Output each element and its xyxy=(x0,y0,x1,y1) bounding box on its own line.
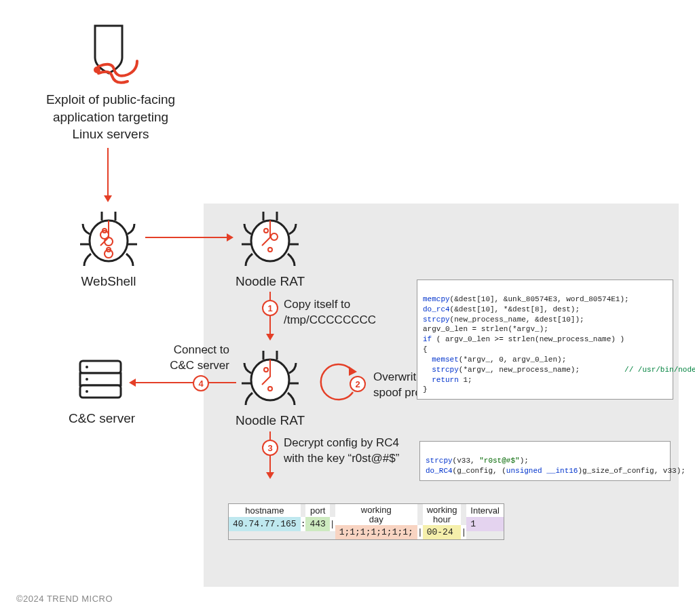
t: "r0st@#$" xyxy=(479,457,519,465)
noodle-rat-label-2: Noodle RAT xyxy=(229,412,311,429)
t: (g_config, ( xyxy=(453,467,506,475)
svg-point-0 xyxy=(95,68,99,72)
arrow-webshell-to-noodle xyxy=(145,237,227,238)
t: unsigned __int16 xyxy=(506,467,578,475)
webshell-label: WebShell xyxy=(75,273,143,290)
t: } xyxy=(423,385,428,393)
cc-server-label: C&C server xyxy=(61,410,143,427)
t: return xyxy=(423,376,459,384)
copyright: ©2024 TREND MICRO xyxy=(16,594,113,604)
arrowhead xyxy=(266,334,274,341)
step4-label: Connect to C&C server xyxy=(148,343,229,374)
noodle-rat-label-1: Noodle RAT xyxy=(229,273,311,290)
cc-server-icon xyxy=(73,353,128,407)
t: (*argv_, new_process_name); xyxy=(459,366,580,374)
step4-badge: 4 xyxy=(193,375,209,391)
step3-label: Decrypt config by RC4 with the key “r0st… xyxy=(284,436,433,467)
noodle-rat-icon-1 xyxy=(236,204,304,271)
webshell-icon xyxy=(75,204,143,271)
arrowhead xyxy=(266,472,274,479)
arrowhead xyxy=(104,195,112,202)
exploit-icon xyxy=(75,20,143,88)
svg-point-28 xyxy=(86,390,88,393)
exploit-label: Exploit of public-facing application tar… xyxy=(39,91,182,143)
t: argv_0_len = strlen(*argv_); xyxy=(423,325,548,333)
t: strcpy xyxy=(426,457,453,465)
t: (&dest[10], &unk_80574E3, word_80574E1); xyxy=(450,295,629,303)
t: )g_size_of_config, v33); xyxy=(578,467,685,475)
cfg-v-port: 443 xyxy=(305,517,329,531)
cfg-v-hour: 00-24 xyxy=(423,525,462,539)
t: strcpy xyxy=(423,315,450,324)
sep: | xyxy=(461,525,466,539)
t: ( argv_0_len >= strlen(new_process_name)… xyxy=(432,335,624,343)
sep: : xyxy=(301,517,306,531)
code-argv-spoof: memcpy(&dest[10], &unk_80574E3, word_805… xyxy=(417,280,673,400)
svg-point-27 xyxy=(86,378,88,381)
cfg-v-interval: 1 xyxy=(466,517,504,531)
step1-badge: 1 xyxy=(262,300,278,316)
arrowhead xyxy=(129,379,136,387)
cfg-h-port: port xyxy=(305,504,329,517)
step3-badge: 3 xyxy=(262,440,278,456)
cfg-h-day: working day xyxy=(335,504,417,525)
arrow-step4 xyxy=(136,382,236,383)
sep: | xyxy=(417,525,423,539)
cfg-v-hostname: 40.74.77.165 xyxy=(229,517,301,531)
t: (v33, xyxy=(453,457,480,465)
svg-point-26 xyxy=(86,366,88,368)
t: if xyxy=(423,335,432,343)
noodle-rat-icon-2 xyxy=(236,343,304,410)
cfg-v-day: 1;1;1;1;1;1;1; xyxy=(335,525,417,539)
arrowhead xyxy=(227,233,233,242)
t: (&dest[10], *&dest[8], dest); xyxy=(450,305,580,313)
cfg-h-interval: Interval xyxy=(466,504,504,517)
code-rc4-decrypt: strcpy(v33, "r0st@#$"); do_RC4(g_config,… xyxy=(419,441,671,481)
t: 1; xyxy=(459,376,472,384)
cfg-h-hostname: hostname xyxy=(229,504,301,517)
svg-marker-22 xyxy=(349,366,357,376)
cfg-h-hour: working hour xyxy=(423,504,462,525)
t: (*argv_, 0, argv_0_len); xyxy=(459,355,566,364)
t: ); xyxy=(520,457,529,465)
t: memcpy xyxy=(423,295,450,303)
step2-badge: 2 xyxy=(350,376,366,392)
t: memset xyxy=(423,355,459,364)
t: strcpy xyxy=(423,366,459,374)
t: { xyxy=(423,345,428,353)
t: (new_process_name, &dest[10]); xyxy=(450,315,584,324)
t: // /usr/bin/node xyxy=(580,366,695,374)
arrow-exploit-to-webshell xyxy=(107,148,109,195)
t: do_RC4 xyxy=(426,467,453,475)
step1-label: Copy itself to /tmp/CCCCCCCC xyxy=(284,297,419,328)
t: do_rc4 xyxy=(423,305,450,313)
config-table: hostname 40.74.77.165 x: port 443 x| wor… xyxy=(228,503,504,540)
sep: | xyxy=(330,517,335,531)
